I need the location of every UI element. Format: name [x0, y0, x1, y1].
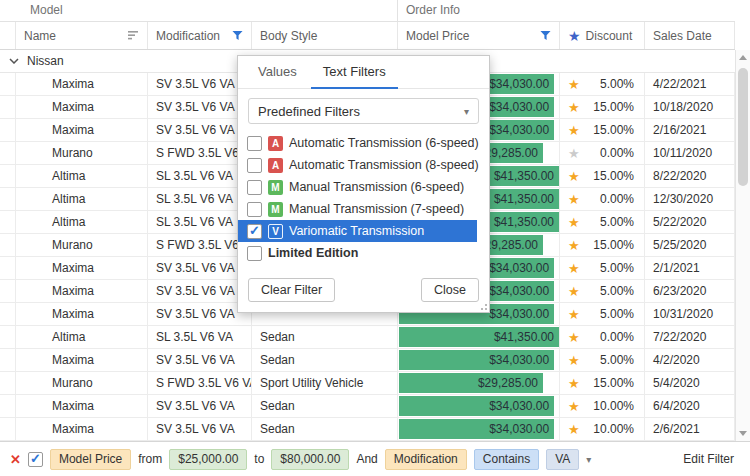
cell-sales-date: 5/4/2020: [645, 372, 735, 394]
cell-name: Maxima: [16, 257, 148, 279]
column-label-name: Name: [24, 29, 56, 43]
table-row[interactable]: Murano S FWD 3.5L V6 VA Sport Utility Ve…: [0, 372, 735, 395]
price-text: $34,030.00: [489, 353, 549, 367]
column-header-model-price[interactable]: Model Price: [398, 22, 560, 49]
filter-list-item[interactable]: A Automatic Transmission (8-speed): [238, 154, 477, 176]
cell-model-price: $34,030.00: [398, 418, 560, 440]
filter-list-item[interactable]: M Manual Transmission (7-speed): [238, 198, 477, 220]
cell-model-price: $34,030.00: [398, 349, 560, 371]
filter-connector-text: And: [356, 452, 377, 466]
group-indent-cell: [0, 234, 16, 256]
checkbox[interactable]: [247, 246, 262, 261]
tab-text-filters[interactable]: Text Filters: [311, 56, 398, 89]
filter-chip-value[interactable]: $25,000.00: [169, 449, 247, 470]
cell-name: Murano: [16, 372, 148, 394]
column-header-body-style[interactable]: Body Style: [252, 22, 398, 49]
table-row[interactable]: Maxima SV 3.5L V6 VA Sedan $34,030.00 ★ …: [0, 395, 735, 418]
price-text: $34,030.00: [489, 399, 549, 413]
discount-text: 5.00%: [600, 215, 634, 229]
group-indent-cell: [0, 326, 16, 348]
column-label-modification: Modification: [156, 29, 220, 43]
cell-discount: ★ 5.00%: [560, 73, 645, 95]
cell-name: Murano: [16, 142, 148, 164]
group-indent-cell: [0, 418, 16, 440]
column-header-name[interactable]: Name: [16, 22, 148, 49]
predefined-filters-select[interactable]: Predefined Filters ▾: [248, 98, 479, 124]
header-filter-popup: Values Text Filters Predefined Filters ▾…: [237, 55, 490, 313]
column-header-discount[interactable]: ★ Discount: [560, 22, 645, 49]
filter-connector-text: to: [254, 452, 264, 466]
cell-sales-date: 6/4/2020: [645, 395, 735, 417]
star-icon: ★: [568, 239, 580, 252]
filter-chip-value[interactable]: $80,000.00: [271, 449, 349, 470]
close-button[interactable]: Close: [421, 278, 479, 302]
filter-chip-operator[interactable]: Contains: [474, 449, 539, 470]
checkbox[interactable]: [247, 180, 262, 195]
filter-chip-field[interactable]: Modification: [385, 449, 467, 470]
star-icon: ★: [568, 377, 580, 390]
filter-chip-field[interactable]: Model Price: [50, 449, 131, 470]
checkbox[interactable]: [247, 202, 262, 217]
discount-text: 0.00%: [600, 146, 634, 160]
resize-grip[interactable]: [477, 300, 487, 310]
discount-text: 15.00%: [593, 100, 634, 114]
band-order-info: Order Info: [398, 0, 735, 21]
group-indent-cell: [0, 73, 16, 95]
cell-discount: ★ 5.00%: [560, 303, 645, 325]
scroll-up-icon[interactable]: [739, 55, 747, 60]
vertical-scrollbar[interactable]: [735, 50, 750, 441]
filter-funnel-icon[interactable]: [232, 30, 243, 41]
filter-item-list: A Automatic Transmission (6-speed) A Aut…: [238, 132, 477, 264]
checkbox[interactable]: [247, 224, 262, 239]
filter-list-item[interactable]: A Automatic Transmission (6-speed): [238, 132, 477, 154]
group-indent-cell: [0, 165, 16, 187]
table-row[interactable]: Maxima SV 3.5L V6 VA Sedan $34,030.00 ★ …: [0, 349, 735, 372]
checkbox[interactable]: [247, 136, 262, 151]
clear-filter-button[interactable]: Clear Filter: [248, 278, 335, 302]
filter-item-label: Automatic Transmission (8-speed): [289, 158, 479, 172]
cell-sales-date: 2/6/2021: [645, 418, 735, 440]
chevron-down-icon[interactable]: [9, 58, 19, 64]
star-icon: ★: [568, 170, 580, 183]
discount-text: 0.00%: [600, 330, 634, 344]
cell-sales-date: 4/22/2021: [645, 73, 735, 95]
filter-chip-value-alt[interactable]: VA: [546, 449, 579, 470]
filter-funnel-icon[interactable]: [540, 30, 551, 41]
discount-text: 0.00%: [600, 192, 634, 206]
table-row[interactable]: Maxima SV 3.5L V6 VA Sedan $34,030.00 ★ …: [0, 418, 735, 441]
cell-name: Maxima: [16, 280, 148, 302]
star-icon: ★: [568, 262, 580, 275]
filter-list-item[interactable]: V Variomatic Transmission: [238, 220, 477, 242]
sort-lines-icon[interactable]: [128, 31, 139, 40]
price-text: $41,350.00: [494, 215, 554, 229]
filter-item-label: Variomatic Transmission: [289, 224, 424, 238]
group-indent-cell: [0, 211, 16, 233]
filter-list-item[interactable]: M Manual Transmission (6-speed): [238, 176, 477, 198]
cell-discount: ★ 15.00%: [560, 372, 645, 394]
scroll-down-icon[interactable]: [739, 431, 747, 436]
chevron-down-icon[interactable]: ▾: [586, 454, 591, 465]
star-icon: ★: [568, 400, 580, 413]
checkbox[interactable]: [247, 158, 262, 173]
column-header-sales-date[interactable]: Sales Date: [645, 22, 735, 49]
discount-text: 5.00%: [600, 284, 634, 298]
price-text: $34,030.00: [489, 261, 549, 275]
filter-connector-text: from: [138, 452, 162, 466]
filter-item-label: Automatic Transmission (6-speed): [289, 136, 479, 150]
filter-list-item[interactable]: Limited Edition: [238, 242, 477, 264]
tab-values[interactable]: Values: [246, 56, 309, 89]
edit-filter-button[interactable]: Edit Filter: [677, 448, 740, 470]
remove-filter-icon[interactable]: ✕: [10, 453, 21, 466]
transmission-badge: A: [268, 158, 283, 173]
table-row[interactable]: Altima SL 3.5L V6 VA Sedan $41,350.00 ★ …: [0, 326, 735, 349]
cell-sales-date: 7/22/2020: [645, 326, 735, 348]
filter-enabled-checkbox[interactable]: [28, 452, 43, 467]
cell-model-price: $41,350.00: [398, 326, 560, 348]
cell-discount: ★ 5.00%: [560, 280, 645, 302]
star-icon: ★: [568, 285, 580, 298]
filter-panel: ✕ Model Pricefrom$25,000.00to$80,000.00A…: [0, 441, 750, 476]
chevron-down-icon: ▾: [464, 106, 469, 117]
scrollbar-thumb[interactable]: [738, 68, 748, 186]
column-header-modification[interactable]: Modification: [148, 22, 252, 49]
group-indent-cell: [0, 372, 16, 394]
